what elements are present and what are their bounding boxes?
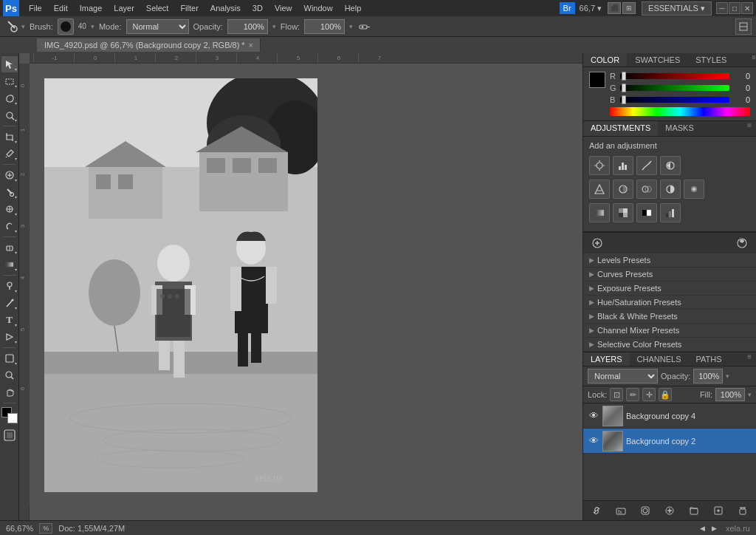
foreground-background-colors[interactable]: [1, 407, 18, 423]
tool-history-brush[interactable]: ▾: [1, 218, 18, 234]
adj-bw-icon[interactable]: [660, 180, 681, 199]
lock-transparent-pixels[interactable]: ⊡: [610, 388, 623, 401]
scroll-right-arrow[interactable]: ▶: [709, 523, 720, 534]
lock-position[interactable]: ✛: [642, 388, 656, 401]
tab-close-button[interactable]: ×: [249, 41, 253, 50]
maximize-button[interactable]: □: [729, 2, 740, 14]
tool-eraser[interactable]: ▾: [1, 239, 18, 256]
mode-dropdown[interactable]: Normal Dissolve Multiply Screen: [126, 19, 189, 34]
brush-preview[interactable]: [58, 18, 74, 35]
lock-image-pixels[interactable]: ✏: [626, 388, 639, 401]
tab-layers[interactable]: LAYERS: [583, 352, 630, 366]
layers-opacity-input[interactable]: [693, 369, 723, 384]
tool-pen[interactable]: ▾: [1, 295, 18, 311]
layer-visibility-toggle-4[interactable]: 👁: [588, 410, 599, 422]
layers-panel-options-icon[interactable]: ≡: [747, 352, 756, 366]
b-slider[interactable]: [620, 97, 729, 103]
flow-arrow[interactable]: ▾: [349, 23, 353, 30]
adj-photo-filter-icon[interactable]: [684, 180, 704, 199]
background-color-swatch[interactable]: [7, 413, 18, 423]
tool-crop[interactable]: ▾: [1, 129, 18, 145]
arrange-icon[interactable]: ⊞: [622, 2, 636, 14]
opacity-arrow[interactable]: ▾: [272, 23, 276, 30]
delete-layer-icon[interactable]: [735, 503, 750, 518]
tool-hand[interactable]: [1, 384, 18, 401]
preset-exposure[interactable]: ▶ Exposure Presets: [583, 282, 756, 296]
tab-color[interactable]: COLOR: [583, 53, 628, 67]
color-panel-options-icon[interactable]: ≡: [752, 53, 756, 67]
tool-text[interactable]: T ▾: [1, 312, 18, 328]
scroll-left-arrow[interactable]: ◀: [698, 523, 708, 534]
menu-file[interactable]: File: [24, 2, 47, 14]
tool-lasso[interactable]: ▾: [1, 90, 18, 106]
layers-opacity-arrow[interactable]: ▾: [726, 372, 729, 380]
foreground-color-swatch-panel[interactable]: [589, 72, 605, 88]
layer-visibility-toggle-2[interactable]: 👁: [588, 435, 599, 447]
add-new-layer-icon[interactable]: [711, 503, 726, 518]
adj-threshold-icon[interactable]: [636, 203, 657, 222]
bridge-button[interactable]: Br: [560, 2, 575, 14]
brush-dropdown-arrow[interactable]: ▾: [91, 23, 94, 30]
preset-levels[interactable]: ▶ Levels Presets: [583, 253, 756, 268]
adj-curves-icon[interactable]: [636, 156, 657, 175]
menu-filter[interactable]: Filter: [175, 2, 203, 14]
presets-menu-icon[interactable]: [734, 235, 750, 251]
add-mask-icon[interactable]: [638, 503, 653, 518]
adj-vibrance-icon[interactable]: [589, 180, 610, 199]
screen-mode-icon[interactable]: ⬛: [608, 2, 621, 14]
color-spectrum[interactable]: [610, 107, 750, 116]
document-tab[interactable]: IMG_4920.psd @ 66,7% (Background copy 2,…: [37, 38, 261, 52]
tool-path-select[interactable]: ▾: [1, 329, 18, 345]
adj-hue-sat-icon[interactable]: [613, 180, 633, 199]
tab-paths[interactable]: PATHS: [689, 352, 729, 366]
g-slider[interactable]: [620, 85, 729, 91]
tab-adjustments[interactable]: ADJUSTMENTS: [583, 121, 658, 136]
tool-clone[interactable]: ▾: [1, 201, 18, 217]
tool-zoom[interactable]: [1, 367, 18, 384]
tab-channels[interactable]: CHANNELS: [630, 352, 689, 366]
minimize-button[interactable]: ─: [716, 2, 728, 14]
essentials-button[interactable]: ESSENTIALS ▾: [642, 1, 712, 16]
tool-move[interactable]: ▾: [1, 56, 18, 72]
opacity-input[interactable]: [227, 19, 268, 34]
tab-masks[interactable]: MASKS: [658, 121, 701, 136]
adj-selective-color-icon[interactable]: [613, 203, 633, 222]
menu-analysis[interactable]: Analysis: [205, 2, 246, 14]
menu-help[interactable]: Help: [340, 2, 367, 14]
adj-brightness-icon[interactable]: [589, 156, 610, 175]
tool-marquee[interactable]: ▾: [1, 73, 18, 89]
tool-quick-select[interactable]: ▾: [1, 107, 18, 123]
fill-arrow[interactable]: ▾: [748, 391, 752, 398]
layer-item-bg-copy-2[interactable]: 👁 Background copy 2: [583, 429, 756, 454]
adj-panel-options-icon[interactable]: ≡: [747, 121, 756, 136]
close-button[interactable]: ✕: [741, 2, 753, 14]
preset-curves[interactable]: ▶ Curves Presets: [583, 268, 756, 282]
menu-edit[interactable]: Edit: [49, 2, 73, 14]
r-slider[interactable]: [620, 73, 729, 79]
add-adjustment-layer-icon[interactable]: [662, 503, 677, 518]
menu-view[interactable]: View: [269, 2, 298, 14]
fill-input[interactable]: [715, 388, 745, 401]
zoom-level-icon[interactable]: %: [39, 523, 52, 534]
preset-bw[interactable]: ▶ Black & White Presets: [583, 310, 756, 324]
preset-channel-mixer[interactable]: ▶ Channel Mixer Presets: [583, 324, 756, 338]
airbrush-icon[interactable]: [357, 19, 372, 34]
menu-3d[interactable]: 3D: [247, 2, 268, 14]
brush-tool-icon[interactable]: ▾: [4, 19, 25, 34]
tool-dodge[interactable]: ▾: [1, 278, 18, 294]
lock-all[interactable]: 🔒: [659, 388, 672, 401]
add-adjustment-icon[interactable]: [589, 235, 605, 251]
flow-input[interactable]: [304, 19, 345, 34]
options-extra-icon[interactable]: [735, 18, 752, 35]
zoom-display[interactable]: 66,7 ▾: [580, 4, 602, 13]
preset-selective-color[interactable]: ▶ Selective Color Presets: [583, 338, 756, 352]
adj-posterize-icon[interactable]: [660, 203, 681, 222]
tool-brush[interactable]: ▾: [1, 184, 18, 200]
adj-gradient-map-icon[interactable]: [589, 203, 610, 222]
add-group-icon[interactable]: [687, 503, 701, 518]
tool-shape[interactable]: ▾: [1, 350, 18, 367]
adj-color-balance-icon[interactable]: [636, 180, 657, 199]
adj-levels-icon[interactable]: [613, 156, 633, 175]
tool-gradient[interactable]: ▾: [1, 256, 18, 273]
menu-select[interactable]: Select: [141, 2, 174, 14]
